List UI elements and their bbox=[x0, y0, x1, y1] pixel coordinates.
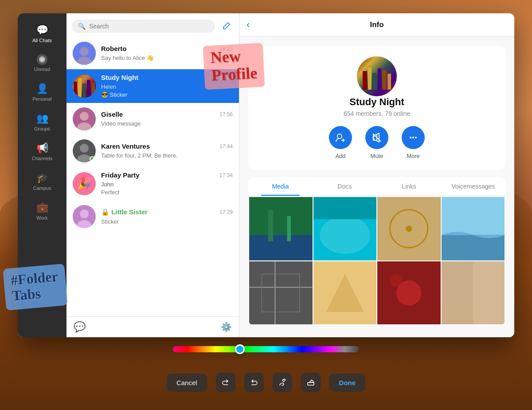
chat-preview-giselle: Video message bbox=[101, 120, 141, 127]
eraser-button[interactable] bbox=[301, 373, 321, 392]
svg-rect-43 bbox=[442, 261, 473, 325]
media-grid bbox=[248, 196, 505, 325]
info-panel: ‹ Info Study Night 654 members, 79 bbox=[239, 13, 514, 337]
sidebar-label-campus: Campus bbox=[33, 185, 51, 191]
group-avatar bbox=[357, 56, 397, 96]
svg-rect-44 bbox=[308, 382, 314, 385]
avatar-friday: 🎉 bbox=[73, 172, 96, 195]
svg-point-9 bbox=[80, 144, 89, 153]
chat-info-study-night: Study Night 18:20 Helen 😎 Sticker bbox=[101, 74, 233, 99]
chat-bubble-icon[interactable]: 💬 bbox=[74, 321, 86, 333]
sidebar-item-campus[interactable]: 🎓 Campus bbox=[22, 168, 62, 195]
avatar-roberto bbox=[73, 42, 96, 65]
undo-button[interactable] bbox=[244, 373, 264, 392]
channels-icon: 📢 bbox=[36, 142, 48, 154]
compose-button[interactable] bbox=[219, 19, 234, 34]
sidebar-item-work[interactable]: 💼 Work bbox=[22, 197, 62, 225]
chat-name-roberto: Roberto bbox=[101, 45, 127, 52]
svg-point-41 bbox=[390, 274, 403, 287]
media-thumb-6[interactable] bbox=[313, 261, 377, 325]
sidebar-label-unread: Unread bbox=[34, 67, 50, 72]
search-input[interactable] bbox=[89, 23, 209, 30]
group-name: Study Night bbox=[349, 96, 404, 108]
chat-sender-friday: John bbox=[101, 181, 113, 188]
sidebar-label-groups: Groups bbox=[34, 126, 50, 131]
sidebar-label-channels: Channels bbox=[32, 156, 52, 161]
media-thumb-3[interactable] bbox=[377, 197, 441, 260]
more-label: More bbox=[407, 153, 420, 159]
more-icon bbox=[402, 126, 425, 149]
search-bar: 🔍 bbox=[66, 13, 239, 37]
chat-item-giselle[interactable]: Giselle 17:56 Video message bbox=[66, 103, 239, 135]
tab-media[interactable]: Media bbox=[248, 177, 313, 196]
sidebar-label-work: Work bbox=[36, 215, 47, 221]
chat-list-bottom: 💬 ⚙️ bbox=[66, 316, 239, 337]
chat-preview-friday: Perfect bbox=[101, 189, 119, 196]
media-thumb-5[interactable] bbox=[249, 261, 313, 325]
color-slider-thumb[interactable] bbox=[235, 344, 245, 354]
chat-name-giselle: Giselle bbox=[101, 110, 123, 118]
chat-info-roberto: Roberto 18:23 Say hello to Alice 👋 bbox=[101, 45, 233, 62]
svg-point-20 bbox=[415, 137, 417, 138]
media-thumb-4[interactable] bbox=[442, 197, 505, 260]
done-button[interactable]: Done bbox=[329, 374, 366, 392]
chat-preview-roberto: Say hello to Alice 👋 bbox=[101, 55, 154, 61]
svg-point-18 bbox=[410, 137, 411, 138]
groups-icon: 👥 bbox=[36, 113, 48, 124]
mute-button[interactable]: Mute bbox=[365, 126, 388, 159]
sidebar-item-personal[interactable]: 👤 Personal bbox=[22, 79, 62, 106]
color-slider-track[interactable] bbox=[173, 346, 359, 352]
sidebar-item-unread[interactable]: Unread bbox=[22, 50, 62, 76]
svg-point-14 bbox=[80, 209, 89, 218]
sidebar: 💬 All Chats Unread 👤 Personal 👥 Groups 📢… bbox=[18, 13, 66, 337]
info-header: ‹ Info bbox=[239, 13, 514, 37]
avatar-giselle bbox=[73, 107, 96, 130]
work-icon: 💼 bbox=[36, 202, 48, 213]
search-input-wrapper[interactable]: 🔍 bbox=[72, 20, 215, 33]
chat-info-karen: Karen Ventures 17:44 Table for four, 2 P… bbox=[101, 142, 233, 159]
media-section: Media Docs Links Voicemessages bbox=[248, 177, 505, 325]
sidebar-item-all-chats[interactable]: 💬 All Chats bbox=[22, 20, 62, 47]
settings-icon[interactable]: ⚙️ bbox=[221, 322, 232, 332]
chat-list: Roberto 18:23 Say hello to Alice 👋 bbox=[66, 37, 239, 316]
brush-button[interactable] bbox=[273, 373, 292, 392]
group-members: 654 members, 79 online bbox=[344, 110, 410, 117]
media-thumb-1[interactable] bbox=[249, 197, 313, 260]
svg-point-1 bbox=[40, 58, 44, 61]
chat-item-friday[interactable]: 🎉 Friday Party 17:34 John Perfect bbox=[66, 167, 239, 201]
mute-icon bbox=[365, 126, 388, 149]
chat-item-roberto[interactable]: Roberto 18:23 Say hello to Alice 👋 bbox=[66, 37, 239, 69]
online-indicator-karen bbox=[90, 156, 95, 162]
svg-rect-34 bbox=[249, 261, 313, 325]
chat-item-study-night[interactable]: Study Night 18:20 Helen 😎 Sticker bbox=[66, 69, 239, 103]
chat-name-friday: Friday Party bbox=[101, 171, 140, 179]
tab-voicemessages[interactable]: Voicemessages bbox=[441, 177, 505, 196]
chat-info-friday: Friday Party 17:34 John Perfect bbox=[101, 171, 233, 196]
tab-docs[interactable]: Docs bbox=[313, 177, 377, 196]
svg-rect-24 bbox=[287, 216, 291, 241]
chat-item-sister[interactable]: 🔒 Little Sister 17:29 Sticker bbox=[66, 201, 239, 233]
media-thumb-8[interactable] bbox=[442, 261, 505, 325]
group-profile-card: Study Night 654 members, 79 online Add bbox=[248, 46, 505, 170]
sidebar-item-groups[interactable]: 👥 Groups bbox=[22, 108, 62, 136]
chat-name-karen: Karen Ventures bbox=[101, 142, 150, 150]
chat-name-sister: 🔒 Little Sister bbox=[101, 208, 148, 216]
back-button[interactable]: ‹ bbox=[246, 19, 250, 31]
mute-label: Mute bbox=[371, 153, 383, 159]
media-thumb-2[interactable] bbox=[313, 197, 377, 260]
chat-info-sister: 🔒 Little Sister 17:29 Sticker bbox=[101, 208, 233, 225]
chat-time-study-night: 18:20 bbox=[219, 75, 233, 81]
chat-time-friday: 17:34 bbox=[219, 172, 233, 178]
chat-time-sister: 17:29 bbox=[219, 209, 233, 215]
redo-button[interactable] bbox=[216, 373, 235, 392]
add-button[interactable]: Add bbox=[329, 126, 352, 159]
avatar-study-night bbox=[73, 75, 96, 98]
svg-point-19 bbox=[412, 137, 414, 138]
svg-point-26 bbox=[320, 216, 370, 254]
chat-item-karen[interactable]: Karen Ventures 17:44 Table for four, 2 P… bbox=[66, 135, 239, 167]
tab-links[interactable]: Links bbox=[377, 177, 441, 196]
cancel-button[interactable]: Cancel bbox=[167, 374, 207, 392]
media-thumb-7[interactable] bbox=[377, 261, 441, 325]
more-button[interactable]: More bbox=[402, 126, 425, 159]
sidebar-item-channels[interactable]: 📢 Channels bbox=[22, 138, 62, 166]
